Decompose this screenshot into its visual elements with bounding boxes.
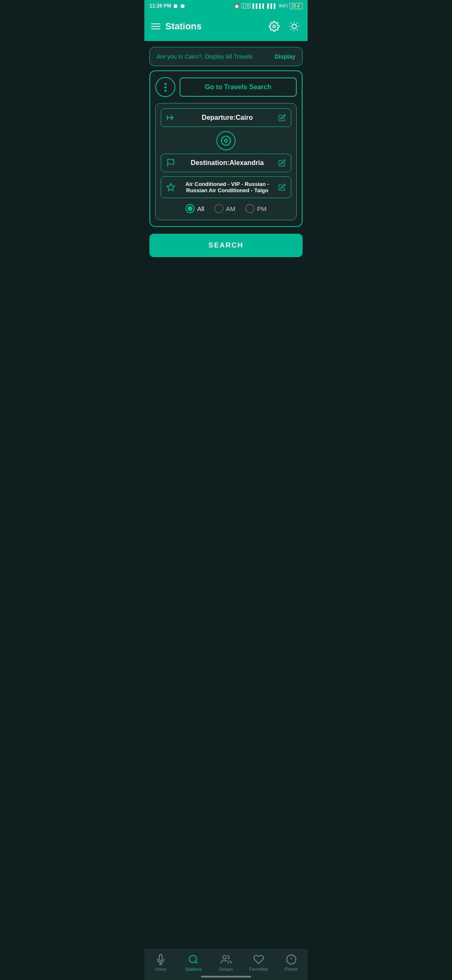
banner-text: Are you in Cairo?, Display All Travels — [157, 53, 253, 60]
svg-point-0 — [273, 25, 276, 28]
app-header: Stations — [144, 12, 308, 41]
header-left: Stations — [151, 21, 202, 32]
svg-point-12 — [221, 136, 231, 145]
radio-all[interactable]: All — [185, 204, 204, 213]
train-type-edit-icon[interactable] — [278, 183, 286, 191]
settings-button[interactable] — [267, 20, 281, 33]
search-inner-card: Departure:Cairo — [155, 103, 297, 220]
train-type-field[interactable]: Air Conditioned - VIP - Russian - Russia… — [161, 176, 291, 198]
svg-marker-14 — [167, 183, 175, 191]
radio-am[interactable]: AM — [214, 204, 236, 213]
signal2-icon: ▌▌▌ — [267, 3, 277, 8]
radio-all-label: All — [197, 205, 204, 212]
radio-pm-circle — [245, 204, 254, 213]
departure-icon — [166, 113, 176, 122]
search-button[interactable]: SEARCH — [149, 234, 303, 257]
train-type-icon — [166, 183, 176, 192]
status-bar: 11:26 PM ⏺ ⏺ ⏰ LTE ▌▌▌▌ ▌▌▌ WiFi 28⚡ — [144, 0, 308, 12]
departure-field[interactable]: Departure:Cairo — [161, 108, 291, 127]
svg-point-1 — [292, 24, 297, 29]
radio-am-circle — [214, 204, 223, 213]
p-icon: ⏺ ⏺ — [173, 3, 185, 9]
battery-indicator: 28⚡ — [290, 3, 303, 9]
top-row: Go to Travels Search — [155, 77, 297, 97]
status-icons: ⏰ LTE ▌▌▌▌ ▌▌▌ WiFi 28⚡ — [234, 3, 303, 9]
radio-pm[interactable]: PM — [245, 204, 267, 213]
radio-all-circle — [185, 204, 195, 213]
display-button[interactable]: Display — [275, 53, 295, 60]
wifi-icon: WiFi — [279, 3, 288, 8]
train-type-text: Air Conditioned - VIP - Russian - Russia… — [180, 181, 274, 193]
menu-button[interactable] — [151, 23, 160, 29]
svg-line-8 — [291, 29, 292, 30]
destination-field[interactable]: Destination:Alexandria — [161, 154, 291, 172]
radio-am-label: AM — [226, 205, 236, 212]
swap-container — [161, 131, 291, 150]
go-to-travels-button[interactable]: Go to Travels Search — [180, 77, 297, 97]
lte-icon: LTE — [241, 3, 251, 8]
destination-text: Destination:Alexandria — [180, 159, 274, 167]
location-banner: Are you in Cairo?, Display All Travels D… — [149, 47, 303, 66]
dots-menu-button[interactable] — [155, 77, 175, 97]
signal-icon: ▌▌▌▌ — [252, 3, 265, 8]
destination-edit-icon[interactable] — [278, 159, 286, 167]
swap-button[interactable] — [216, 131, 236, 150]
time-filter-group: All AM PM — [161, 204, 291, 215]
main-card: Go to Travels Search Departure:Cairo — [149, 70, 303, 227]
departure-edit-icon[interactable] — [278, 114, 286, 121]
page-title: Stations — [165, 21, 202, 32]
theme-button[interactable] — [288, 20, 301, 33]
radio-pm-label: PM — [257, 205, 267, 212]
svg-line-4 — [291, 23, 292, 24]
header-right — [267, 20, 301, 33]
alarm-icon: ⏰ — [234, 3, 240, 9]
svg-line-5 — [297, 29, 298, 30]
destination-icon — [166, 158, 176, 168]
status-time: 11:26 PM ⏺ ⏺ — [149, 3, 185, 9]
dots-icon — [164, 83, 167, 92]
radio-all-inner — [187, 206, 193, 211]
departure-text: Departure:Cairo — [180, 114, 274, 121]
svg-line-9 — [297, 23, 298, 24]
